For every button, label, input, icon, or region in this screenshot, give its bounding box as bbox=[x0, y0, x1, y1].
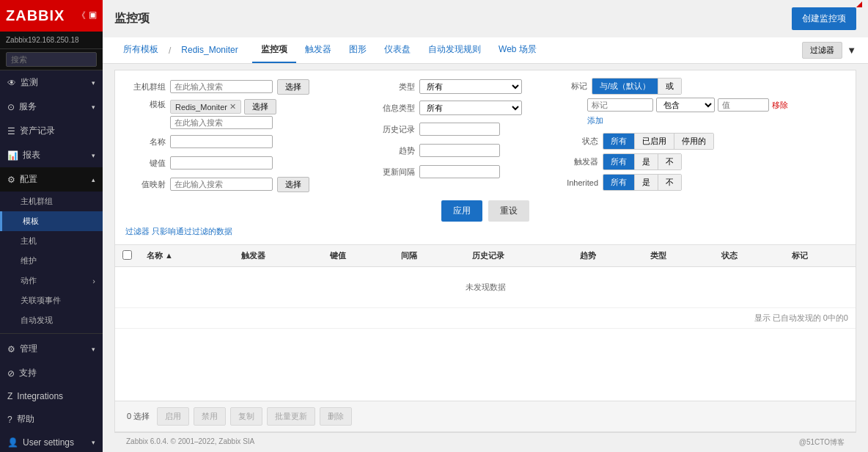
delete-button[interactable]: 删除 bbox=[320, 407, 352, 426]
copy-button[interactable]: 复制 bbox=[230, 407, 262, 426]
value-map-input[interactable] bbox=[170, 178, 273, 191]
history-input[interactable] bbox=[419, 123, 500, 136]
apply-button[interactable]: 应用 bbox=[441, 200, 482, 222]
status-row: 状态 所有 已启用 停用的 bbox=[558, 133, 845, 150]
triggers-label: 触发器 bbox=[558, 156, 598, 167]
nav-section: 👁 监测 ▾ ⊙ 服务 ▾ ☰ 资产记录 📊 报表 ▾ ⚙ 配置 ▴ 主机群组 … bbox=[0, 70, 103, 330]
sidebar-subitem-templates[interactable]: 模板 bbox=[0, 211, 103, 231]
tag-and-button[interactable]: 与/或（默认） bbox=[592, 79, 658, 94]
type-select[interactable]: 所有Zabbix客户端SNMPJMX bbox=[419, 79, 522, 94]
col-status[interactable]: 状态 bbox=[714, 245, 785, 267]
value-map-select-button[interactable]: 选择 bbox=[277, 177, 309, 192]
tag-add-link[interactable]: 添加 bbox=[587, 116, 603, 125]
sidebar-item-assets[interactable]: ☰ 资产记录 bbox=[0, 119, 103, 143]
filter-right-col: 标记 与/或（默认） 或 包含等于不包含 移除 bbox=[558, 78, 845, 191]
triggers-yes-button[interactable]: 是 bbox=[635, 154, 658, 170]
sidebar-item-service[interactable]: ⊙ 服务 ▾ bbox=[0, 95, 103, 119]
sidebar-item-help[interactable]: ? 帮助 bbox=[0, 407, 103, 431]
filter-actions: 应用 重设 bbox=[125, 200, 845, 222]
breadcrumb-template-name[interactable]: Redis_Moniter bbox=[172, 39, 246, 62]
tag-value-input[interactable] bbox=[718, 98, 769, 112]
tag-op-select[interactable]: 包含等于不包含 bbox=[656, 98, 715, 112]
search-input[interactable] bbox=[6, 52, 97, 67]
sidebar-item-label: Integrations bbox=[17, 391, 63, 401]
sidebar-subitem-host-groups[interactable]: 主机群组 bbox=[0, 192, 103, 211]
triggers-toggle-group: 所有 是 不 bbox=[603, 153, 682, 170]
update-interval-row: 更新间隔 bbox=[375, 163, 543, 181]
breadcrumb-all-templates[interactable]: 所有模板 bbox=[114, 37, 167, 63]
status-all-button[interactable]: 所有 bbox=[603, 134, 635, 149]
sidebar-item-support[interactable]: ⊘ 支持 bbox=[0, 361, 103, 385]
logo-controls: 《 ▣ bbox=[77, 10, 97, 22]
tag-name-input[interactable] bbox=[587, 98, 653, 112]
tab-triggers[interactable]: 触发器 bbox=[296, 37, 340, 63]
sidebar-item-admin[interactable]: ⚙ 管理 ▾ bbox=[0, 337, 103, 361]
tab-graphs[interactable]: 图形 bbox=[340, 37, 375, 63]
sidebar-item-config[interactable]: ⚙ 配置 ▴ bbox=[0, 167, 103, 192]
inherited-all-button[interactable]: 所有 bbox=[603, 175, 635, 190]
template-select-button[interactable]: 选择 bbox=[244, 99, 276, 114]
template-chip-row: Redis_Moniter ✕ 选择 bbox=[170, 99, 276, 114]
sidebar-subitem-event-correlation[interactable]: 关联项事件 bbox=[0, 291, 103, 310]
inherited-toggle-group: 所有 是 不 bbox=[603, 174, 682, 191]
col-name[interactable]: 名称 ▲ bbox=[139, 245, 234, 267]
bottom-bar: 0 选择 启用 禁用 复制 批量更新 删除 bbox=[115, 401, 856, 431]
gear-icon: ⚙ bbox=[7, 175, 15, 185]
host-label: Zabbix192.168.250.18 bbox=[0, 32, 103, 49]
col-triggers[interactable]: 触发器 bbox=[234, 245, 323, 267]
name-input[interactable] bbox=[170, 135, 273, 148]
filter-area: 过滤器 ▼ bbox=[802, 42, 856, 59]
footer: Zabbix 6.0.4. © 2001–2022, Zabbix SIA @5… bbox=[114, 432, 856, 452]
info-type-select[interactable]: 所有数字(无正负)字符 bbox=[419, 101, 522, 115]
tab-web-scenarios[interactable]: Web 场景 bbox=[490, 37, 545, 63]
tag-or-button[interactable]: 或 bbox=[658, 79, 681, 94]
arrow-right-icon: › bbox=[92, 277, 95, 285]
inherited-no-button[interactable]: 不 bbox=[658, 175, 681, 190]
update-interval-input[interactable] bbox=[419, 165, 500, 178]
select-all-checkbox[interactable] bbox=[122, 250, 132, 260]
col-tags[interactable]: 标记 bbox=[784, 245, 856, 267]
tag-add-area: 添加 bbox=[587, 115, 845, 126]
expand-icon[interactable]: ▣ bbox=[89, 10, 97, 22]
template-search-input[interactable] bbox=[170, 116, 273, 129]
sidebar-subitem-discovery[interactable]: 自动发现 bbox=[0, 310, 103, 330]
sidebar-item-monitor[interactable]: 👁 监测 ▾ bbox=[0, 70, 103, 95]
sidebar-subitem-hosts[interactable]: 主机 bbox=[0, 231, 103, 251]
collapse-icon[interactable]: 《 bbox=[77, 10, 86, 22]
bulk-update-button[interactable]: 批量更新 bbox=[267, 407, 315, 426]
host-group-select-button[interactable]: 选择 bbox=[277, 79, 309, 95]
trends-input[interactable] bbox=[419, 144, 500, 157]
col-key[interactable]: 键值 bbox=[323, 245, 394, 267]
sidebar-item-reports[interactable]: 📊 报表 ▾ bbox=[0, 143, 103, 167]
sidebar-item-user-settings[interactable]: 👤 User settings ▾ bbox=[0, 431, 103, 452]
col-history[interactable]: 历史记录 bbox=[465, 245, 573, 267]
tag-remove-link[interactable]: 移除 bbox=[772, 100, 788, 111]
filter-button[interactable]: 过滤器 bbox=[802, 42, 842, 59]
tag-inputs-row: 包含等于不包含 移除 bbox=[587, 98, 845, 112]
triggers-no-button[interactable]: 不 bbox=[658, 154, 681, 170]
sidebar-subitem-maintenance[interactable]: 维护 bbox=[0, 251, 103, 271]
col-type[interactable]: 类型 bbox=[643, 245, 714, 267]
host-group-input[interactable] bbox=[170, 80, 273, 93]
col-interval[interactable]: 间隔 bbox=[394, 245, 465, 267]
tab-discovery-rules[interactable]: 自动发现规则 bbox=[419, 37, 490, 63]
tab-dashboard[interactable]: 仪表盘 bbox=[375, 37, 419, 63]
value-map-label: 值映射 bbox=[125, 179, 166, 190]
col-trends[interactable]: 趋势 bbox=[573, 245, 644, 267]
create-button[interactable]: 创建监控项 bbox=[792, 7, 856, 30]
status-disabled-button[interactable]: 停用的 bbox=[674, 134, 713, 149]
clock-icon: ⊙ bbox=[7, 102, 15, 112]
trends-label: 趋势 bbox=[375, 145, 415, 156]
triggers-all-button[interactable]: 所有 bbox=[603, 154, 635, 170]
tab-monitor-items[interactable]: 监控项 bbox=[252, 37, 296, 63]
inherited-yes-button[interactable]: 是 bbox=[635, 175, 658, 190]
sidebar-item-integrations[interactable]: Z Integrations bbox=[0, 385, 103, 407]
key-input[interactable] bbox=[170, 156, 273, 170]
enable-button[interactable]: 启用 bbox=[157, 407, 189, 426]
filter-icon[interactable]: ▼ bbox=[847, 45, 856, 56]
disable-button[interactable]: 禁用 bbox=[194, 407, 226, 426]
template-chip-remove[interactable]: ✕ bbox=[229, 102, 236, 112]
status-enabled-button[interactable]: 已启用 bbox=[635, 134, 674, 149]
reset-button[interactable]: 重设 bbox=[488, 200, 529, 222]
sidebar-subitem-actions[interactable]: 动作 › bbox=[0, 271, 103, 291]
